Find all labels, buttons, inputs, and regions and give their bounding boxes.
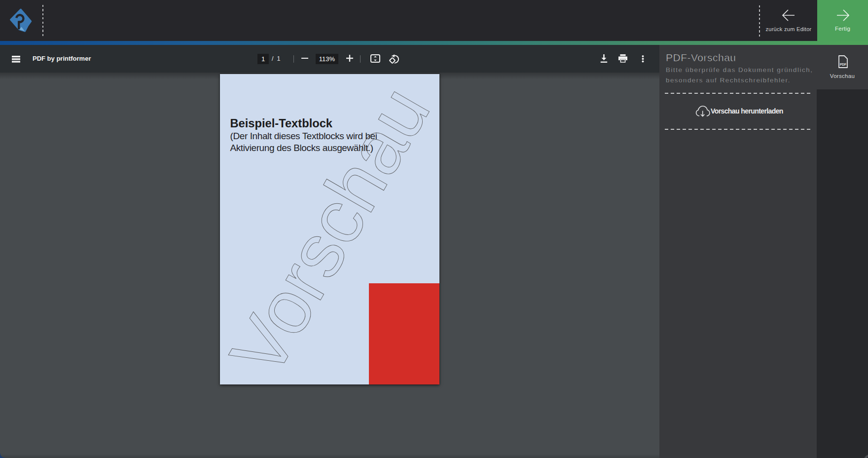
svg-text:PDF: PDF <box>840 63 846 66</box>
